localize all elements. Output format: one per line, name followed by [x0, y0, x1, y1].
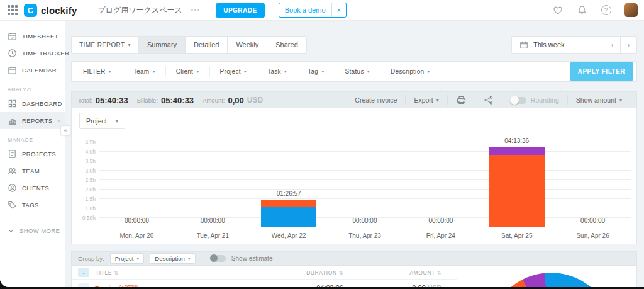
y-tick-label: 3.5h [85, 158, 96, 164]
rounding-toggle[interactable] [511, 97, 526, 104]
main-content: TIME REPORT ▾ Summary Detailed Weekly Sh… [65, 21, 644, 287]
row-project-title[interactable]: データ管理 [103, 283, 268, 288]
projects-icon [8, 149, 17, 159]
feedback-heart-icon[interactable] [546, 3, 570, 17]
sidebar-item-reports[interactable]: REPORTS › [0, 112, 65, 129]
row-expand-chevron-icon[interactable]: ⌄ [78, 283, 89, 287]
group-by-first-select[interactable]: Project ▾ [110, 253, 145, 264]
export-dropdown[interactable]: Export ▾ [405, 95, 447, 105]
chart-column: 00:00:00 [175, 135, 251, 227]
sidebar-item-label: TIMESHEET [22, 33, 58, 40]
sidebar-item-time-tracker[interactable]: TIME TRACKER [0, 45, 65, 62]
sidebar-item-tags[interactable]: TAGS [0, 196, 65, 213]
upgrade-button[interactable]: UPGRADE [216, 3, 265, 18]
bar-chart-plot: 00:00:0000:00:0001:26:5700:00:0000:00:00… [99, 135, 631, 227]
y-tick-label: 1.0h [85, 205, 96, 212]
filter-description[interactable]: Description▾ [380, 66, 440, 77]
chart-column: 04:13:36 [479, 135, 555, 227]
caret-down-icon: ▾ [321, 69, 324, 74]
filter-dropdown[interactable]: FILTER ▾ [72, 66, 123, 77]
table-header: ⌄ TITLE⇅ DURATION⇅ AMOUNT⇅ [72, 266, 457, 280]
sidebar-item-team[interactable]: TEAM [0, 162, 65, 179]
print-button[interactable] [447, 95, 475, 105]
chart-column: 00:00:00 [555, 135, 631, 227]
results-panel: ⌄ TITLE⇅ DURATION⇅ AMOUNT⇅ ⌄ データ管理 04:0 [71, 266, 637, 287]
workspace-name[interactable]: ブログ用ワークスペース [97, 5, 182, 16]
filter-tag[interactable]: Tag▾ [297, 66, 335, 77]
bar-total-label: 00:00:00 [555, 217, 631, 224]
row-amount-currency: USD [428, 284, 441, 287]
sidebar-item-show-more[interactable]: SHOW MORE [0, 222, 65, 239]
group-by-second-select[interactable]: Description ▾ [150, 253, 196, 264]
book-demo-close-icon[interactable]: × [331, 3, 346, 17]
chart-group-select[interactable]: Project ▾ [79, 113, 125, 129]
collapse-all-chevron-icon[interactable]: ⌄ [78, 268, 89, 277]
column-header-amount[interactable]: AMOUNT⇅ [343, 269, 450, 276]
caret-down-icon: ▾ [116, 118, 118, 124]
bar-segment-project-blue[interactable] [261, 207, 316, 227]
clockify-logo-icon[interactable]: C [24, 4, 37, 17]
bar-segment-project-purple[interactable] [489, 147, 545, 154]
y-tick-label: 4.5h [85, 139, 96, 145]
sidebar-item-calendar[interactable]: CALENDAR [0, 62, 65, 79]
sort-icon: ⇅ [437, 270, 441, 276]
column-header-duration[interactable]: DURATION⇅ [268, 269, 343, 276]
filter-client[interactable]: Client▾ [166, 66, 210, 77]
create-invoice-button[interactable]: Create invoice [347, 95, 405, 105]
top-bar: C clockify ブログ用ワークスペース ••• UPGRADE Book … [0, 0, 644, 21]
sidebar-item-clients[interactable]: CLIENTS [0, 179, 65, 196]
next-week-button[interactable]: › [620, 37, 636, 53]
notifications-bell-icon[interactable] [570, 3, 594, 17]
tab-weekly[interactable]: Weekly [227, 37, 267, 53]
book-demo-button[interactable]: Book a demo × [279, 3, 347, 18]
print-icon [456, 95, 467, 105]
bar-segment-project-orange[interactable] [261, 200, 316, 207]
caret-down-icon: ▾ [128, 42, 131, 48]
report-tabs: TIME REPORT ▾ Summary Detailed Weekly Sh… [71, 36, 307, 54]
column-header-title[interactable]: TITLE⇅ [96, 269, 268, 276]
tab-summary[interactable]: Summary [138, 37, 185, 53]
apply-filter-button[interactable]: APPLY FILTER [570, 62, 633, 81]
table-row[interactable]: ⌄ データ管理 04:08:06 0,00 USD [72, 280, 457, 287]
workspace-menu-dots-icon[interactable]: ••• [191, 7, 201, 13]
bar-chart-columns: 00:00:0000:00:0001:26:5700:00:0000:00:00… [99, 135, 631, 227]
show-estimate-toggle[interactable] [210, 255, 226, 262]
user-avatar[interactable] [624, 3, 638, 17]
report-type-dropdown[interactable]: TIME REPORT ▾ [72, 37, 138, 53]
sidebar-item-dashboard[interactable]: DASHBOARD [0, 95, 65, 112]
filter-task[interactable]: Task▾ [257, 66, 297, 77]
y-tick-label: 3.0h [85, 167, 96, 174]
prev-week-button[interactable]: ‹ [604, 37, 620, 53]
bar-total-label: 04:13:36 [479, 137, 555, 144]
help-icon[interactable]: ? [594, 3, 618, 17]
category-label: Tue, Apr 21 [175, 232, 251, 239]
clock-icon [8, 48, 17, 58]
category-label: Fri, Apr 24 [402, 232, 479, 239]
help-question-glyph: ? [601, 5, 611, 15]
caret-down-icon: ▾ [284, 69, 287, 74]
sidebar-item-timesheet[interactable]: TIMESHEET [0, 28, 65, 45]
bar-total-label: 00:00:00 [327, 217, 403, 224]
filter-team[interactable]: Team▾ [123, 66, 166, 77]
apps-grid-icon[interactable] [8, 5, 18, 15]
caret-down-icon: ▾ [153, 69, 155, 74]
chevron-down-icon [8, 227, 14, 234]
tab-shared[interactable]: Shared [267, 37, 306, 53]
category-label: Mon, Apr 20 [99, 232, 175, 239]
y-tick-label: 2.0h [85, 186, 96, 193]
date-range-button[interactable]: This week [512, 37, 604, 53]
amount-label: Amount: [203, 97, 225, 104]
book-demo-label[interactable]: Book a demo [279, 3, 331, 17]
sidebar-collapse-button[interactable]: « [60, 125, 70, 135]
filter-project[interactable]: Project▾ [210, 66, 258, 77]
sidebar-item-projects[interactable]: PROJECTS [0, 145, 65, 162]
show-amount-dropdown[interactable]: Show amount ▾ [567, 95, 630, 105]
bar-segment-project-orange[interactable] [489, 155, 545, 228]
caret-down-icon: ▾ [619, 98, 622, 103]
share-button[interactable] [475, 95, 502, 105]
tab-detailed[interactable]: Detailed [185, 37, 227, 53]
project-color-dot [95, 286, 99, 287]
filter-status[interactable]: Status▾ [335, 66, 380, 77]
filter-bar: FILTER ▾ Team▾ Client▾ Project▾ Task▾ Ta… [71, 61, 637, 82]
sidebar-item-label: DASHBOARD [22, 100, 62, 107]
